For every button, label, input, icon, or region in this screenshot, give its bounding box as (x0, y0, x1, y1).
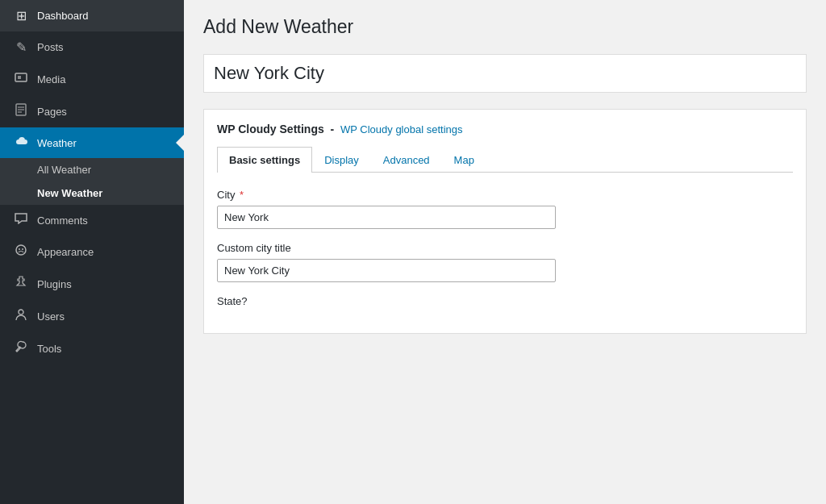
tabs-container: Basic settings Display Advanced Map (217, 147, 793, 173)
sidebar-item-label: Plugins (37, 278, 72, 290)
sidebar-item-label: Pages (37, 106, 67, 118)
settings-box: WP Cloudy Settings - WP Cloudy global se… (203, 109, 807, 334)
sidebar-item-media[interactable]: Media (0, 63, 184, 95)
weather-icon (13, 135, 29, 150)
sidebar-item-users[interactable]: Users (0, 300, 184, 332)
svg-point-8 (22, 248, 23, 250)
tab-advanced[interactable]: Advanced (371, 147, 442, 173)
weather-submenu: All Weather New Weather (0, 158, 184, 205)
sidebar-item-weather[interactable]: Weather (0, 127, 184, 158)
sidebar-item-tools[interactable]: Tools (0, 332, 184, 364)
svg-point-7 (19, 248, 20, 250)
sidebar-item-pages[interactable]: Pages (0, 95, 184, 127)
tab-basic-settings[interactable]: Basic settings (217, 147, 312, 173)
sidebar-subitem-new-weather[interactable]: New Weather (0, 181, 184, 205)
state-label: State? (217, 295, 793, 307)
city-label: City * (217, 189, 793, 201)
tab-map[interactable]: Map (442, 147, 486, 173)
sidebar-item-plugins[interactable]: Plugins (0, 268, 184, 300)
global-settings-link[interactable]: WP Cloudy global settings (340, 123, 463, 135)
tools-icon (13, 340, 29, 356)
custom-city-title-label: Custom city title (217, 242, 793, 254)
posts-icon: ✎ (13, 40, 29, 55)
settings-box-header: WP Cloudy Settings - WP Cloudy global se… (217, 123, 793, 135)
svg-point-9 (19, 310, 23, 314)
post-title-input[interactable] (204, 55, 806, 92)
sidebar-item-posts[interactable]: ✎ Posts (0, 31, 184, 63)
city-input[interactable] (217, 206, 556, 229)
sidebar-subitem-all-weather[interactable]: All Weather (0, 158, 184, 181)
appearance-icon (13, 244, 29, 260)
page-title: Add New Weather (203, 16, 807, 38)
media-icon (13, 71, 29, 87)
svg-rect-1 (18, 76, 21, 79)
sidebar-item-label: Weather (37, 137, 77, 149)
main-content: Add New Weather WP Cloudy Settings - WP … (184, 0, 826, 504)
sidebar: ⊞ Dashboard ✎ Posts Media Pages Weather … (0, 0, 184, 504)
users-icon (13, 308, 29, 324)
svg-point-6 (16, 245, 26, 255)
comments-icon (13, 213, 29, 227)
sidebar-item-label: Posts (37, 41, 64, 53)
custom-city-title-input[interactable] (217, 259, 556, 282)
sidebar-item-label: Comments (37, 215, 88, 227)
title-input-wrap (203, 54, 807, 93)
sidebar-item-label: Media (37, 73, 65, 85)
pages-icon (13, 103, 29, 119)
sidebar-item-dashboard[interactable]: ⊞ Dashboard (0, 0, 184, 31)
plugins-icon (13, 276, 29, 292)
sidebar-item-label: Appearance (37, 246, 94, 258)
sidebar-item-appearance[interactable]: Appearance (0, 235, 184, 268)
field-group-city: City * (217, 189, 793, 229)
field-group-state: State? (217, 295, 793, 307)
required-indicator: * (240, 189, 244, 201)
field-group-custom-city-title: Custom city title (217, 242, 793, 282)
sidebar-item-comments[interactable]: Comments (0, 205, 184, 235)
sidebar-item-label: Dashboard (37, 10, 89, 22)
tab-content-basic: City * Custom city title State? (217, 189, 793, 307)
tab-display[interactable]: Display (312, 147, 371, 173)
sidebar-item-label: Tools (37, 343, 61, 355)
dashboard-icon: ⊞ (13, 8, 29, 23)
sidebar-item-label: Users (37, 310, 65, 323)
